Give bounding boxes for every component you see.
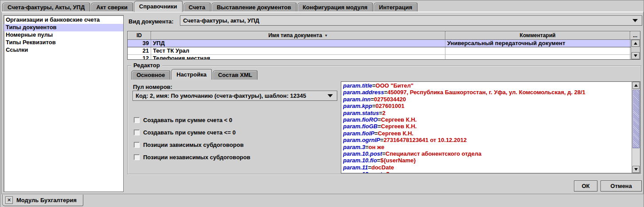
param-key: param.address [343,89,384,96]
editor-tab-2[interactable]: Состав XML [213,70,258,80]
param-key: param.10.post [343,150,382,157]
number-pool-combobox[interactable]: Код: 2, имя: По умолчанию (счета-фактуры… [133,91,337,101]
param-value: docDate [371,164,394,171]
number-pool-value: Код: 2, имя: По умолчанию (счета-фактуры… [133,92,328,99]
sidebar-item-0[interactable]: Организации и банковские счета [4,16,123,24]
editor-group: Редактор ОсновноеНастройкаСостав XML Пул… [127,65,641,174]
top-tab-0[interactable]: Счета-фактуры, Акты, УПД [2,3,90,12]
param-key: param.fioRO [343,116,378,123]
checkbox-label-0: Создавать при сумме счета < 0 [143,117,232,123]
sidebar-list: Организации и банковские счетаТипы докум… [4,15,124,192]
param-line-11: param.10.fio=${userName} [343,157,630,164]
cell-comment: Универсальный передаточный документ [445,40,630,47]
param-key: param.title [343,82,372,89]
app-window: Счета-фактуры, Акты, УПДАкт сверкиСправо… [0,0,644,207]
params-scrollbar[interactable] [632,82,640,173]
doc-types-table: ID Имя типа документа▼ Комментарий ... 3… [127,31,640,60]
checkbox-2[interactable] [134,142,140,148]
scroll-down-button[interactable] [632,52,640,59]
chevron-down-icon [328,94,333,97]
param-key: param.fioGB [343,123,378,130]
param-key: param.fioIP [343,130,375,137]
column-header-comment[interactable]: Комментарий [445,31,630,40]
bottom-tab-module[interactable]: ✕ Модуль Бухгалтерия [2,195,83,206]
checkbox-row-0: Создавать при сумме счета < 0 [134,116,232,123]
column-header-name[interactable]: Имя типа документа▼ [151,31,445,40]
editor-tab-1[interactable]: Настройка [171,69,212,80]
cell-id: 21 [128,47,151,55]
param-key: param.kpp [343,103,372,109]
editor-tabbar: ОсновноеНастройкаСостав XML [131,69,258,80]
triangle-down-icon [634,168,638,171]
table-row-0[interactable]: 39УПДУниверсальный передаточный документ [128,40,640,47]
top-tab-3[interactable]: Счета [183,3,211,12]
param-line-8: param.ogrnIP=27316478123641 от 10.12.201… [343,137,630,143]
table-header: ID Имя типа документа▼ Комментарий ... [128,31,640,40]
table-more-button[interactable]: ... [630,31,640,40]
top-tab-4[interactable]: Выставление документов [211,3,297,12]
params-textarea[interactable]: param.title=ООО "Бител"param.address=450… [341,81,640,173]
scroll-up-button[interactable] [632,40,640,47]
bottom-tab-label: Модуль Бухгалтерия [16,197,77,203]
checkbox-label-1: Создавать при сумме счета <= 0 [143,129,236,136]
ok-button[interactable]: ОК [574,180,597,192]
checkbox-0[interactable] [134,117,140,123]
top-tab-1[interactable]: Акт сверки [91,3,133,12]
table-scrollbar[interactable] [631,40,640,59]
param-line-12: param.11=docDate [343,164,630,171]
document-view-combobox[interactable]: Счета-фактуры, акты, УПД [180,15,642,26]
table-row-2[interactable]: 12Телефония местная [128,55,640,59]
param-value: 450097, Республика Башкортостан, г. Уфа,… [387,89,585,96]
cell-name: УПД [151,40,445,47]
close-icon[interactable]: ✕ [5,196,13,204]
cell-name: Тест ТК Урал [151,47,445,55]
param-value: Сергеев К.Н. [381,116,417,123]
checkbox-3[interactable] [134,154,140,160]
sidebar-item-1[interactable]: Типы документов [4,24,123,31]
param-value: 27316478123641 от 10.12.2012 [383,137,467,143]
param-equals: = [378,123,381,130]
param-key: param.10.fio [343,157,377,164]
column-header-name-label: Имя типа документа [268,32,322,38]
column-header-id[interactable]: ID [128,31,151,40]
param-equals: = [384,89,388,96]
scroll-down-button[interactable] [632,166,640,173]
cell-comment [445,47,630,55]
scrollbar-thumb[interactable] [632,90,640,148]
checkbox-row-2: Позиции зависимых субдоговоров [134,141,244,148]
table-body: 39УПДУниверсальный передаточный документ… [128,40,640,59]
top-tab-6[interactable]: Интеграция [374,3,418,12]
table-row-1[interactable]: 21Тест ТК Урал [128,47,640,55]
params-lines: param.title=ООО "Бител"param.address=450… [343,82,630,173]
checkbox-row-3: Позиции независимых субдоговоров [134,153,250,161]
sidebar-item-2[interactable]: Номерные пулы [4,31,123,39]
chevron-down-icon [632,19,638,22]
param-line-3: param.kpp=027601001 [343,103,630,109]
param-equals: = [371,96,374,103]
number-pool-label: Пул номеров: [133,84,172,90]
editor-tab-0[interactable]: Основное [131,70,170,80]
param-key: param.11 [343,164,368,171]
param-key: param.3 [343,144,365,150]
bottom-tabbar: ✕ Модуль Бухгалтерия [0,194,644,207]
cancel-button[interactable]: Отмена [601,180,642,192]
checkbox-label-2: Позиции зависимых субдоговоров [143,142,244,148]
top-tab-2[interactable]: Справочники [134,1,183,12]
param-line-5: param.fioRO=Сергеев К.Н. [343,116,630,123]
param-key: param.status [343,110,379,116]
checkbox-1[interactable] [134,130,140,135]
scroll-up-button[interactable] [632,82,640,89]
param-value: он же [368,144,384,150]
param-key: param.inn [343,96,371,103]
param-value: 0275034420 [374,96,406,103]
sidebar-item-4[interactable]: Ссылки [4,46,123,54]
checkbox-label-3: Позиции независимых субдоговоров [143,154,250,161]
top-tab-5[interactable]: Конфигурация модуля [297,3,373,12]
param-line-2: param.inn=0275034420 [343,96,630,103]
param-line-13: param.13.post=Директор [343,171,630,173]
param-line-0: param.title=ООО "Бител" [343,82,630,89]
sidebar-item-3[interactable]: Типы Реквизитов [4,39,123,46]
triangle-up-icon [634,42,637,45]
param-line-9: param.3=он же [343,144,630,150]
param-value: Сергеев К.Н. [378,130,414,137]
